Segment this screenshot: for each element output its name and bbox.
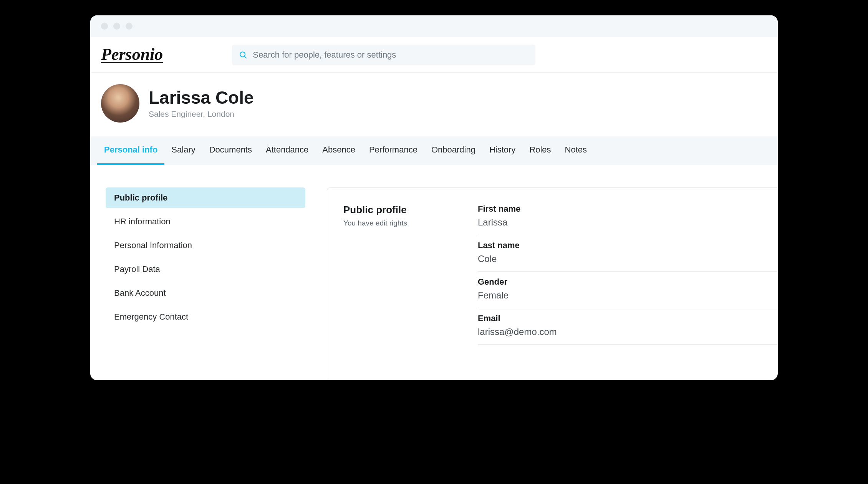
window-chrome: [90, 15, 778, 37]
field-label: First name: [478, 204, 778, 214]
sidebar: Public profile HR information Personal I…: [106, 187, 305, 380]
detail-panel: Public profile You have edit rights Firs…: [327, 187, 778, 380]
tab-personal-info[interactable]: Personal info: [97, 136, 164, 165]
tab-absence[interactable]: Absence: [315, 136, 362, 165]
field-last-name[interactable]: Last name Cole: [478, 235, 778, 272]
panel-subtitle: You have edit rights: [343, 219, 455, 227]
tab-onboarding[interactable]: Onboarding: [424, 136, 482, 165]
search-icon: [239, 51, 247, 59]
field-email[interactable]: Email larissa@demo.com: [478, 308, 778, 345]
fields-list: First name Larissa Last name Cole Gender…: [478, 204, 778, 380]
sidebar-item-hr-information[interactable]: HR information: [106, 211, 305, 232]
profile-header: Larissa Cole Sales Engineer, London: [90, 73, 778, 136]
tab-history[interactable]: History: [482, 136, 522, 165]
profile-name: Larissa Cole: [149, 88, 254, 108]
search-input[interactable]: [253, 50, 528, 60]
field-label: Last name: [478, 240, 778, 250]
svg-line-1: [245, 56, 247, 58]
sidebar-item-payroll-data[interactable]: Payroll Data: [106, 259, 305, 280]
sidebar-item-public-profile[interactable]: Public profile: [106, 187, 305, 208]
tab-roles[interactable]: Roles: [522, 136, 558, 165]
panel-title: Public profile: [343, 204, 455, 216]
window-dot-maximize[interactable]: [126, 23, 133, 30]
field-value: Cole: [478, 254, 778, 264]
tab-documents[interactable]: Documents: [202, 136, 259, 165]
field-first-name[interactable]: First name Larissa: [478, 204, 778, 235]
tab-notes[interactable]: Notes: [558, 136, 594, 165]
profile-text: Larissa Cole Sales Engineer, London: [149, 88, 254, 119]
field-label: Gender: [478, 277, 778, 287]
field-label: Email: [478, 313, 778, 323]
profile-subtitle: Sales Engineer, London: [149, 109, 254, 119]
window-dot-minimize[interactable]: [113, 23, 120, 30]
tabs-bar: Personal info Salary Documents Attendanc…: [90, 136, 778, 165]
sidebar-item-emergency-contact[interactable]: Emergency Contact: [106, 307, 305, 327]
sidebar-item-bank-account[interactable]: Bank Account: [106, 283, 305, 303]
tab-performance[interactable]: Performance: [362, 136, 424, 165]
tab-salary[interactable]: Salary: [164, 136, 202, 165]
window-dot-close[interactable]: [101, 23, 108, 30]
sidebar-item-personal-information[interactable]: Personal Information: [106, 235, 305, 256]
logo[interactable]: Personio: [101, 47, 163, 63]
panel-intro: Public profile You have edit rights: [343, 204, 455, 380]
content-area: Public profile HR information Personal I…: [90, 165, 778, 380]
browser-window: Personio Larissa Cole Sales Engineer, Lo…: [90, 15, 778, 380]
app-header: Personio: [90, 37, 778, 73]
search-bar[interactable]: [232, 45, 535, 65]
field-value: Larissa: [478, 217, 778, 228]
tab-attendance[interactable]: Attendance: [259, 136, 315, 165]
field-value: Female: [478, 290, 778, 301]
field-value: larissa@demo.com: [478, 327, 778, 337]
field-gender[interactable]: Gender Female: [478, 272, 778, 308]
avatar[interactable]: [101, 84, 139, 123]
